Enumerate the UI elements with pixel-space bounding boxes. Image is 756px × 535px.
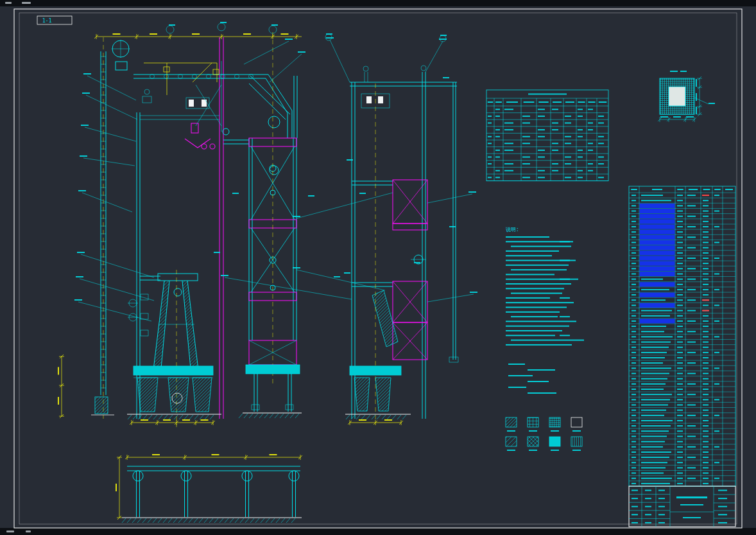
white-plate	[202, 100, 207, 107]
ground-hatch	[122, 414, 406, 523]
grid-bubble	[218, 23, 225, 31]
notes-title: 说明:	[506, 227, 519, 232]
white-plate	[378, 96, 383, 103]
tower-base-beam	[246, 365, 300, 374]
blank-swatch-icon	[571, 417, 582, 427]
braced-tower	[243, 32, 302, 413]
elevation-right	[325, 34, 458, 421]
mast-foundation-pier	[95, 397, 108, 414]
a-frame-support	[128, 270, 199, 427]
leader-lines	[74, 37, 477, 321]
sparse-diagonal-hatch-icon	[506, 437, 517, 446]
grid-hatch-icon	[528, 417, 538, 427]
ground-2	[239, 414, 299, 418]
hatch-legend	[506, 417, 582, 451]
title-block	[629, 486, 735, 527]
solid-fill-icon	[549, 437, 560, 446]
ground-1	[128, 415, 214, 419]
bom-table	[629, 186, 735, 486]
white-plate	[189, 100, 194, 107]
cad-drawing-canvas[interactable]: 1-1	[0, 0, 756, 535]
ground-4	[122, 518, 295, 523]
section-view	[122, 466, 302, 518]
white-plate	[366, 96, 372, 103]
foundation-left	[127, 366, 221, 414]
pipe-flanges	[150, 75, 253, 79]
vertical-lines-hatch-icon	[571, 437, 582, 446]
diagonal-hatch-icon	[506, 417, 517, 427]
piping-cluster	[133, 63, 292, 175]
grid-bubble	[166, 26, 174, 33]
section-columns	[133, 471, 299, 517]
parts-table	[486, 90, 608, 181]
notes-block: 说明:	[506, 227, 584, 394]
cad-application-window: 1-1	[0, 0, 756, 535]
left-mast	[91, 37, 130, 419]
text-ticks	[169, 22, 456, 277]
dense-grid-hatch-icon	[549, 417, 560, 427]
hatched-brace	[372, 290, 398, 347]
foundation-detail	[660, 71, 715, 114]
notes-lines	[506, 236, 584, 394]
cross-hatch-icon	[528, 437, 538, 446]
sheet-label: 1-1	[42, 18, 52, 24]
